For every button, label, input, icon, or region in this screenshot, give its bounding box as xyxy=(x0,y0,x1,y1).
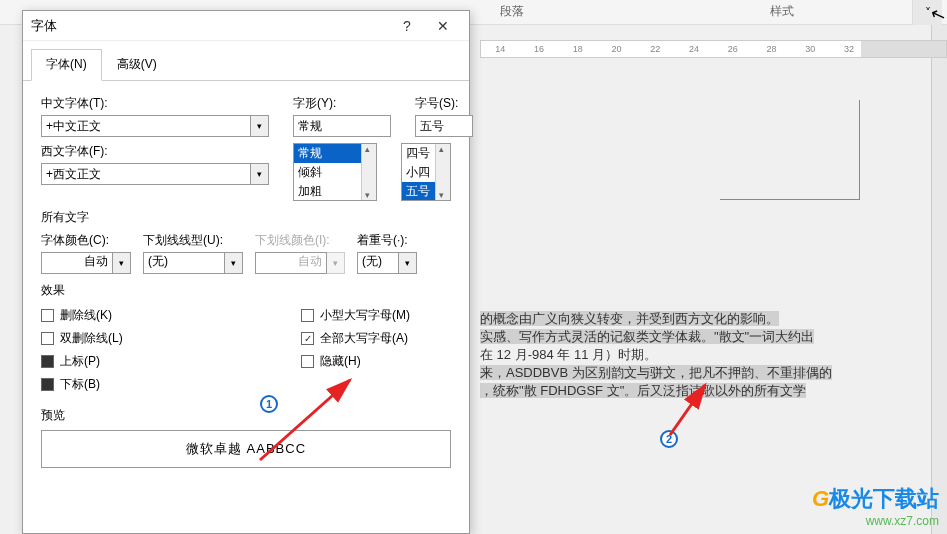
subscript-check[interactable]: 下标(B) xyxy=(41,376,301,393)
cn-font-label: 中文字体(T): xyxy=(41,95,269,112)
en-font-dropdown[interactable]: ▾ xyxy=(251,163,269,185)
ruler-margin xyxy=(861,41,946,57)
callout-2: 2 xyxy=(660,430,678,448)
close-button[interactable]: ✕ xyxy=(425,12,461,40)
preview-label: 预览 xyxy=(41,407,451,424)
all-text-label: 所有文字 xyxy=(41,209,451,226)
underline-dropdown[interactable]: ▾ xyxy=(225,252,243,274)
ribbon-group-paragraph: 段落 xyxy=(500,3,524,20)
emphasis-value[interactable]: (无) xyxy=(357,252,399,274)
underline-color-label: 下划线颜色(I): xyxy=(255,232,345,249)
effects-label: 效果 xyxy=(41,282,451,299)
dialog-title: 字体 xyxy=(31,17,389,35)
horizontal-ruler[interactable]: 14 16 18 20 22 24 26 28 30 32 34 36 xyxy=(480,40,947,58)
style-input[interactable] xyxy=(293,115,391,137)
style-listbox[interactable]: 常规 倾斜 加粗 xyxy=(293,143,377,201)
dbl-strike-check[interactable]: 双删除线(L) xyxy=(41,330,301,347)
en-font-input[interactable] xyxy=(41,163,251,185)
text-frame-corner xyxy=(720,100,860,200)
underline-color-dropdown: ▾ xyxy=(327,252,345,274)
font-color-label: 字体颜色(C): xyxy=(41,232,131,249)
cn-font-input[interactable] xyxy=(41,115,251,137)
font-color-value[interactable]: 自动 xyxy=(41,252,113,274)
ribbon-group-styles: 样式 xyxy=(770,3,794,20)
dialog-tabs: 字体(N) 高级(V) xyxy=(23,45,469,81)
callout-1: 1 xyxy=(260,395,278,413)
emphasis-label: 着重号(·): xyxy=(357,232,417,249)
small-caps-check[interactable]: 小型大写字母(M) xyxy=(301,307,410,324)
superscript-check[interactable]: 上标(P) xyxy=(41,353,301,370)
underline-label: 下划线线型(U): xyxy=(143,232,243,249)
style-scroll[interactable] xyxy=(361,144,376,200)
cn-font-dropdown[interactable]: ▾ xyxy=(251,115,269,137)
font-dialog: 字体 ? ✕ 字体(N) 高级(V) 中文字体(T): ▾ 字形(Y): 字号(… xyxy=(22,10,470,534)
document-text: 的概念由广义向狭义转变，并受到西方文化的影响。 实感、写作方式灵活的记叙类文学体… xyxy=(480,310,927,400)
hidden-check[interactable]: 隐藏(H) xyxy=(301,353,410,370)
help-button[interactable]: ? xyxy=(389,12,425,40)
watermark: G极光下载站 www.xz7.com xyxy=(812,484,939,528)
vertical-scrollbar[interactable] xyxy=(931,25,947,534)
emphasis-dropdown[interactable]: ▾ xyxy=(399,252,417,274)
size-scroll[interactable] xyxy=(435,144,450,200)
tab-advanced[interactable]: 高级(V) xyxy=(102,49,172,80)
underline-color-value: 自动 xyxy=(255,252,327,274)
preview-text: 微软卓越 AABBCC xyxy=(186,440,306,458)
en-font-label: 西文字体(F): xyxy=(41,143,269,160)
preview-box: 微软卓越 AABBCC xyxy=(41,430,451,468)
strike-check[interactable]: 删除线(K) xyxy=(41,307,301,324)
dialog-titlebar[interactable]: 字体 ? ✕ xyxy=(23,11,469,41)
underline-value[interactable]: (无) xyxy=(143,252,225,274)
tab-font[interactable]: 字体(N) xyxy=(31,49,102,81)
style-label: 字形(Y): xyxy=(293,95,391,112)
size-label: 字号(S): xyxy=(415,95,473,112)
size-listbox[interactable]: 四号 小四 五号 xyxy=(401,143,451,201)
size-input[interactable] xyxy=(415,115,473,137)
font-color-dropdown[interactable]: ▾ xyxy=(113,252,131,274)
all-caps-check[interactable]: 全部大写字母(A) xyxy=(301,330,410,347)
